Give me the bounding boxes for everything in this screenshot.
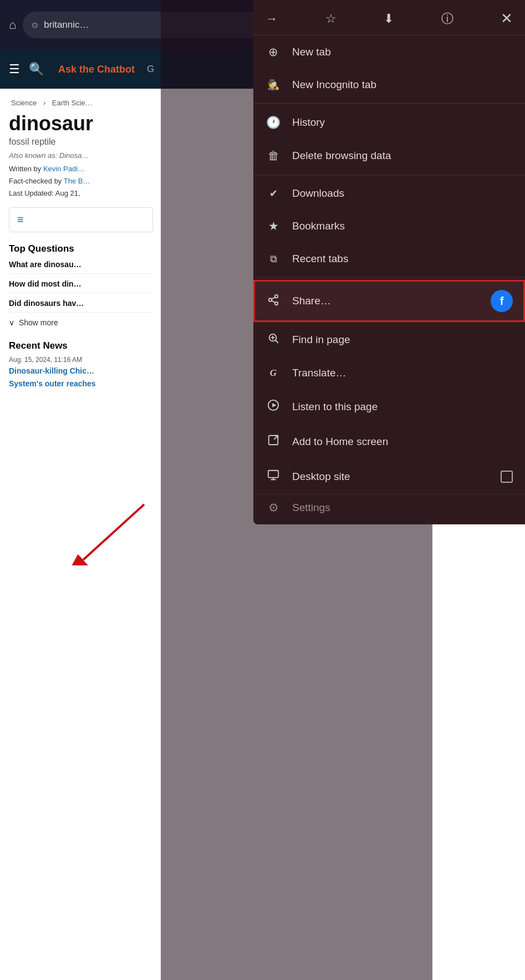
article-content: Science › Earth Scie… dinosaur fossil re… <box>0 89 161 400</box>
dropdown-menu: → ☆ ⬇ ⓘ ✕ ⊕ New tab 🕵 New Incognito tab … <box>253 0 525 524</box>
listen-icon <box>266 399 281 414</box>
menu-label-share: Share… <box>292 295 480 307</box>
question-3[interactable]: Did dinosaurs hav… <box>9 299 152 313</box>
question-2[interactable]: How did most din… <box>9 279 152 293</box>
svg-rect-15 <box>268 471 278 478</box>
fact-checker-link[interactable]: The B… <box>64 177 90 185</box>
menu-item-share[interactable]: Share… f <box>253 280 525 322</box>
menu-label-new-tab: New tab <box>292 46 513 58</box>
toc-box: ≡ <box>9 207 153 232</box>
menu-label-listen-to-page: Listen to this page <box>292 401 513 413</box>
settings-icon: ⚙ <box>266 501 281 514</box>
incognito-indicator: ⊙ <box>32 21 38 29</box>
breadcrumb: Science › Earth Scie… <box>9 99 152 107</box>
forward-icon[interactable]: → <box>266 12 278 26</box>
svg-line-5 <box>272 300 275 303</box>
news-link-2[interactable]: System's outer reaches <box>9 379 152 390</box>
add-home-icon <box>266 434 281 449</box>
menu-label-history: History <box>292 116 513 129</box>
menu-label-settings: Settings <box>292 502 513 514</box>
menu-item-history[interactable]: 🕐 History <box>253 106 525 139</box>
news-date: Aug. 15, 2024, 11:16 AM <box>9 356 152 364</box>
close-icon[interactable]: ✕ <box>501 10 513 27</box>
article-meta: Written by Kevin Padi… Fact-checked by T… <box>9 163 152 200</box>
recent-news-heading: Recent News <box>9 340 152 351</box>
divider-1 <box>253 103 525 104</box>
menu-item-translate[interactable]: G Translate… <box>253 357 525 389</box>
download-icon[interactable]: ⬇ <box>384 12 394 26</box>
bookmark-icon[interactable]: ☆ <box>325 12 337 26</box>
menu-item-new-incognito-tab[interactable]: 🕵 New Incognito tab <box>253 69 525 101</box>
menu-label-find-in-page: Find in page <box>292 334 513 346</box>
article-title: dinosaur <box>9 113 152 135</box>
recent-tabs-icon: ⧉ <box>266 253 281 265</box>
translate-icon: G <box>266 368 281 379</box>
menu-item-add-to-home[interactable]: Add to Home screen <box>253 424 525 459</box>
menu-item-delete-browsing-data[interactable]: 🗑 Delete browsing data <box>253 139 525 172</box>
desktop-icon <box>266 469 281 484</box>
question-1[interactable]: What are dinosau… <box>9 260 152 274</box>
menu-item-new-tab[interactable]: ⊕ New tab <box>253 35 525 69</box>
article-aka: Also known as: Dinosa… <box>9 151 152 160</box>
info-icon[interactable]: ⓘ <box>441 11 453 27</box>
menu-item-settings[interactable]: ⚙ Settings <box>253 494 525 524</box>
author-link[interactable]: Kevin Padi… <box>43 165 85 173</box>
menu-label-downloads: Downloads <box>292 187 513 200</box>
menu-label-bookmarks: Bookmarks <box>292 220 513 232</box>
svg-marker-12 <box>272 403 276 407</box>
menu-item-bookmarks[interactable]: ★ Bookmarks <box>253 210 525 243</box>
menu-item-downloads[interactable]: ✔ Downloads <box>253 177 525 210</box>
share-icon <box>266 294 281 309</box>
menu-label-translate: Translate… <box>292 367 513 379</box>
menu-item-recent-tabs[interactable]: ⧉ Recent tabs <box>253 243 525 275</box>
history-icon: 🕐 <box>266 116 281 129</box>
divider-2 <box>253 175 525 175</box>
menu-label-add-to-home: Add to Home screen <box>292 436 513 448</box>
facebook-badge[interactable]: f <box>491 290 513 312</box>
url-text: britannic… <box>44 19 89 30</box>
menu-toolbar: → ☆ ⬇ ⓘ ✕ <box>253 0 525 35</box>
menu-label-recent-tabs: Recent tabs <box>292 253 513 265</box>
chatbot-link[interactable]: Ask the Chatbot <box>58 64 135 75</box>
chatbot-g: G <box>147 64 154 75</box>
svg-line-6 <box>272 297 275 299</box>
show-more[interactable]: ∨ Show more <box>9 318 152 327</box>
svg-line-8 <box>276 340 278 343</box>
toc-icon: ≡ <box>17 213 24 226</box>
incognito-icon: 🕵 <box>266 79 281 91</box>
menu-label-desktop-site: Desktop site <box>292 471 490 483</box>
search-icon[interactable]: 🔍 <box>29 62 44 76</box>
divider-3 <box>253 277 525 278</box>
bookmarks-icon: ★ <box>266 220 281 233</box>
desktop-site-checkbox[interactable] <box>501 471 513 483</box>
menu-item-listen-to-page[interactable]: Listen to this page <box>253 389 525 424</box>
home-icon[interactable]: ⌂ <box>9 18 16 32</box>
delete-icon: 🗑 <box>266 149 281 162</box>
svg-line-14 <box>274 436 278 439</box>
downloads-icon: ✔ <box>266 187 281 200</box>
menu-item-find-in-page[interactable]: Find in page <box>253 322 525 357</box>
top-questions: Top Questions What are dinosau… How did … <box>9 243 152 327</box>
find-icon <box>266 332 281 347</box>
news-link-1[interactable]: Dinosaur-killing Chic… <box>9 366 152 377</box>
menu-label-new-incognito-tab: New Incognito tab <box>292 79 513 91</box>
menu-label-delete-browsing-data: Delete browsing data <box>292 150 513 162</box>
top-questions-heading: Top Questions <box>9 243 152 254</box>
menu-item-desktop-site[interactable]: Desktop site <box>253 459 525 494</box>
hamburger-icon[interactable]: ☰ <box>9 62 20 76</box>
new-tab-icon: ⊕ <box>266 45 281 59</box>
article-subtitle: fossil reptile <box>9 137 152 147</box>
recent-news: Recent News Aug. 15, 2024, 11:16 AM Dino… <box>9 340 152 390</box>
